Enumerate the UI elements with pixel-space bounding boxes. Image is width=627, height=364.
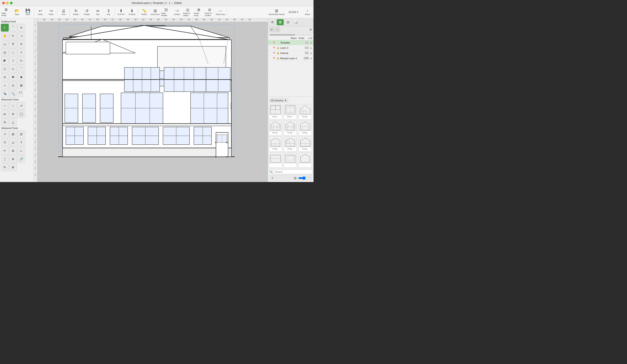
minimize-button[interactable] [6, 2, 9, 4]
hatch-tool-button[interactable]: ⌶ [1, 155, 9, 163]
show-size-button[interactable]: ↔ Show Size [215, 7, 226, 18]
library-item-garag3[interactable]: Garag... [299, 136, 312, 152]
layer-lock-merged[interactable]: 🔒 [277, 57, 279, 59]
polygon-tool-button[interactable]: P [17, 40, 25, 48]
remove-layer-button[interactable]: − [275, 27, 280, 32]
ellipse-tool-button[interactable]: ◌ [9, 48, 17, 56]
panel-tab-settings[interactable]: ⚙ [269, 19, 276, 25]
snap-to-guides-button[interactable]: ⊘ Snap To Guides [204, 7, 215, 18]
add-layer-button[interactable]: + [269, 27, 274, 32]
trim-tool-button[interactable]: ⊟ [17, 130, 25, 138]
library-zoom-slider[interactable] [298, 176, 311, 180]
union-tool-button[interactable]: ⊓ [1, 138, 9, 146]
layer-row-internal[interactable]: ✓ 👁 🔒 Internal 1:1 ▲ [268, 50, 314, 56]
anno-tool-button[interactable]: T [17, 138, 25, 146]
ordinate-tool-button[interactable]: ✢ [1, 118, 9, 126]
panel-tab-grid[interactable]: ⊞ [285, 19, 292, 25]
layer-eye-layer2[interactable]: 👁 [273, 46, 276, 49]
library-item-family1[interactable]: Family... [299, 104, 312, 119]
layer-lock-internal[interactable]: 🔒 [277, 52, 279, 54]
eyedropper-tool-button[interactable]: 🔦 [1, 90, 9, 98]
share-button[interactable]: ↑ Share [302, 7, 313, 18]
library-dropdown[interactable]: All Libraries ▼ [269, 98, 288, 102]
smart-snap-button[interactable]: ⊕ Smart Snap [193, 7, 204, 18]
snap-to-object-button[interactable]: ◎ Snap To Object [183, 7, 193, 18]
library-item-breez2[interactable]: Breez... [284, 104, 297, 119]
radius-tool-button[interactable]: ⊘ [9, 110, 17, 118]
triangle-tool-button[interactable]: ◤ [1, 57, 9, 65]
bezier-tool-button[interactable]: ⌇ [9, 57, 17, 65]
layer-row-layer2[interactable]: ✓ 👁 🔒 Layer-2 1:1 ▲ [268, 45, 314, 50]
layer-settings-button[interactable]: ⚙ [309, 28, 312, 31]
canvas-area[interactable]: // ruler marks rendered by CSS 180 190 2… [34, 18, 268, 182]
library-search-input[interactable] [273, 170, 312, 174]
library-item-garag2[interactable]: Garag... [284, 136, 297, 152]
page-setup-button[interactable]: ⚙ Page Setup [1, 7, 11, 18]
cut-tool-button[interactable]: ✄ [17, 57, 25, 65]
canvas-drawing[interactable]: 9536.09 [38, 22, 268, 182]
text-tool-button[interactable]: T [9, 40, 17, 48]
zoom-tool-button[interactable]: 🔍 [9, 90, 17, 98]
rotate-cw-button[interactable]: ↻ Rotate [71, 7, 81, 18]
library-item-garag1[interactable]: Garag... [269, 136, 282, 152]
flip-v-button[interactable]: ⇕ Flip [103, 7, 114, 18]
library-settings-button[interactable]: ⚙ [293, 176, 297, 180]
wave-tool-button[interactable]: ∿ [9, 65, 17, 73]
angle-dim-tool-button[interactable]: ⇗ [17, 102, 25, 110]
angular-tool-button[interactable]: △ [9, 118, 17, 126]
array-tool-button[interactable]: ⊞ [9, 130, 17, 138]
flip-h-button[interactable]: ⇔ Flip [93, 7, 103, 18]
rectangle-tool-button[interactable]: ▭ [1, 40, 9, 48]
zoom-dropdown-icon[interactable]: ▼ [297, 11, 299, 13]
open-button[interactable]: 📂 Open [12, 7, 22, 18]
maximize-button[interactable] [10, 2, 13, 4]
library-item-10[interactable]: ... [269, 152, 282, 168]
layer-eye-merged[interactable]: 👁 [273, 56, 276, 60]
library-item-family3[interactable]: Family... [284, 120, 297, 136]
leader-tool-button[interactable]: ⌲ [1, 110, 9, 118]
node-tool-button[interactable]: ⊙ [9, 82, 17, 89]
cross-tool-button[interactable]: ✛ [1, 73, 9, 81]
library-item-11[interactable]: ... [284, 152, 297, 168]
align-tool-button[interactable]: ↗ [1, 130, 9, 138]
pattern-tool-button[interactable]: ⊛ [9, 147, 17, 155]
rotate-adv-tool-button[interactable]: ↻ [1, 163, 9, 171]
to-back-button[interactable]: ⬇ To Back [127, 7, 137, 18]
layers-scrollbar[interactable] [269, 34, 312, 36]
layer-eye-internal[interactable]: 👁 [273, 51, 276, 55]
panel-tab-layers[interactable] [277, 19, 284, 25]
horiz-dim-tool-button[interactable]: ↔ [1, 102, 9, 110]
select-tool-button[interactable]: ↖ [1, 24, 9, 32]
plus-tool-button[interactable]: + [1, 82, 9, 89]
undo-button[interactable]: ↩ Undo [35, 7, 46, 18]
print-button[interactable]: 🖨 Print [58, 7, 69, 18]
library-item-breez1[interactable]: Breez... [269, 104, 282, 119]
vert-dim-tool-button[interactable]: ↕ [9, 102, 17, 110]
scissors-tool-button[interactable]: ✂ [1, 147, 9, 155]
hand-tool-button[interactable]: ✋ [1, 32, 9, 40]
layer-arrow-merged[interactable]: ▲ [310, 57, 312, 59]
pen-tool-button[interactable]: ✏ [9, 32, 17, 40]
crosshair-tool-button[interactable]: ✳ [17, 24, 25, 32]
save-button[interactable]: 💾 Save [23, 7, 33, 18]
heart-tool-button[interactable]: ❤ [9, 73, 17, 81]
circle-tool-button[interactable]: ◎ [1, 48, 9, 56]
zoom-control[interactable]: 64.0% ▼ [286, 7, 301, 18]
layer-arrow-layer2[interactable]: ▲ [310, 46, 312, 49]
star-tool-button[interactable]: ✸ [17, 73, 25, 81]
guides-button[interactable]: ⊣ Guides [172, 7, 182, 18]
rulers-button[interactable]: 📏 Rulers [139, 7, 150, 18]
show-hide-panels-button[interactable]: ⊞ Show/Hide Panels [268, 7, 285, 18]
box-x-tool-button[interactable]: ⊠ [17, 82, 25, 89]
layer-row-merged[interactable]: ✓ 👁 🔒 Merged Layer-1 1:50 ▲ [268, 56, 314, 61]
symbol-tool-button[interactable]: ⊚ [9, 155, 17, 163]
subtract-tool-button[interactable]: ⊔ [9, 138, 17, 146]
arc-seg-tool-button[interactable]: ® [17, 48, 25, 56]
library-item-family2[interactable]: Family... [269, 120, 282, 136]
link-tool-button[interactable]: 🔗 [17, 155, 25, 163]
diameter-tool-button[interactable]: ◯ [17, 110, 25, 118]
layer-eye-template[interactable]: 👁 [273, 41, 276, 44]
panel-tab-chart[interactable]: 📊 [292, 19, 299, 25]
to-front-button[interactable]: ⬆ To Front [116, 7, 126, 18]
library-item-family4[interactable]: Family... [299, 120, 312, 136]
